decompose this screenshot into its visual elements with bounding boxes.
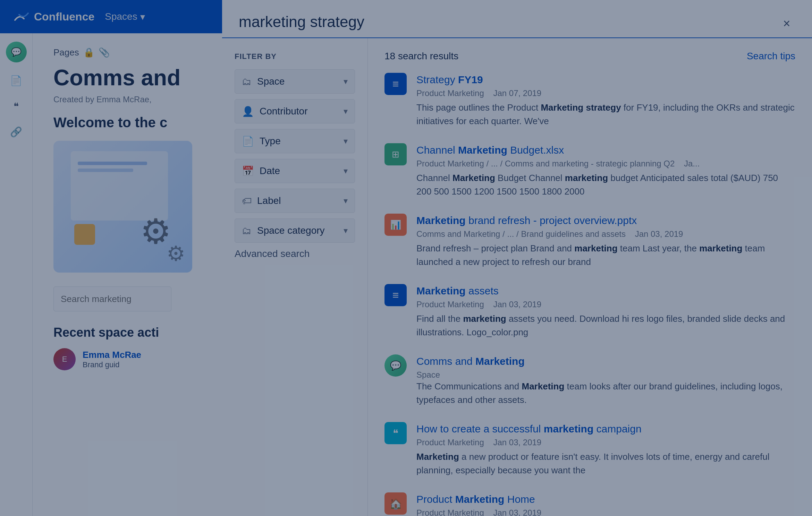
search-overlay[interactable] — [0, 0, 812, 516]
